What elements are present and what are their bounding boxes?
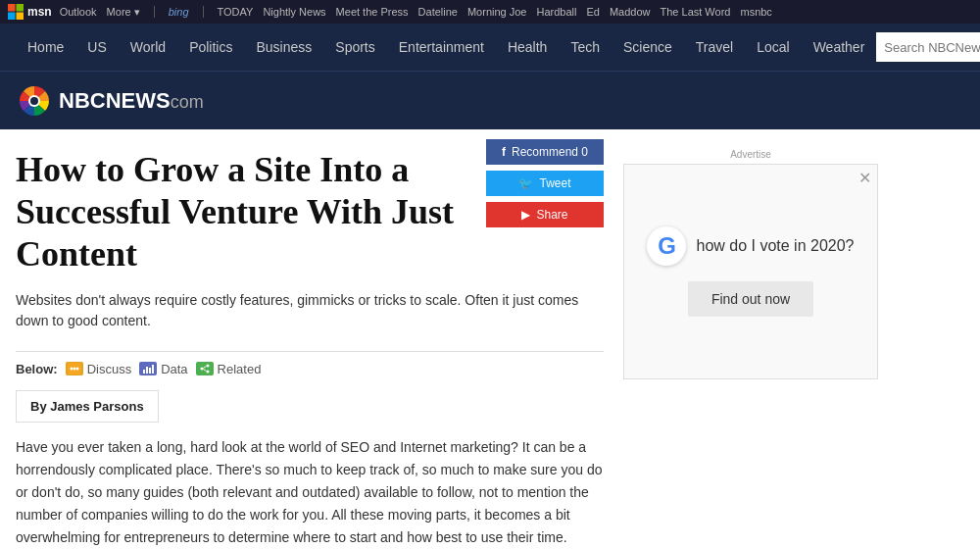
related-item[interactable]: Related: [196, 362, 262, 376]
svg-point-9: [73, 368, 75, 371]
tweet-button[interactable]: 🐦 Tweet: [486, 171, 604, 196]
svg-rect-1: [17, 4, 24, 12]
related-label: Related: [218, 362, 262, 376]
nav-health[interactable]: Health: [496, 24, 559, 71]
below-section: Below: Discuss Data Related: [16, 351, 604, 376]
svg-point-18: [206, 365, 209, 368]
svg-point-6: [30, 97, 38, 105]
nav-travel[interactable]: Travel: [684, 24, 745, 71]
press-link[interactable]: Meet the Press: [336, 6, 409, 18]
msnbc-link[interactable]: msnbc: [740, 6, 771, 18]
ad-question: how do I vote in 2020?: [696, 237, 854, 255]
top-bar-links: Outlook More ▾ bing TODAY Nightly News M…: [60, 6, 772, 19]
top-bar: msn Outlook More ▾ bing TODAY Nightly Ne…: [0, 0, 980, 24]
content-wrapper: f Recommend 0 🐦 Tweet ▶ Share How to Gro…: [0, 129, 980, 549]
bing-link[interactable]: bing: [169, 6, 189, 18]
more-link[interactable]: More ▾: [107, 6, 140, 19]
search-container: bing Search: [876, 32, 980, 62]
author-box: By James Parsons: [16, 390, 159, 423]
discuss-item[interactable]: Discuss: [66, 362, 132, 376]
svg-rect-16: [198, 363, 212, 374]
article-body: Have you ever taken a long, hard look at…: [16, 436, 604, 549]
dateline-link[interactable]: Dateline: [418, 6, 458, 18]
social-buttons: f Recommend 0 🐦 Tweet ▶ Share: [486, 139, 604, 227]
advertise-label: Advertise: [623, 149, 878, 160]
msn-logo[interactable]: msn: [8, 4, 52, 20]
svg-point-10: [75, 368, 78, 371]
sidebar: Advertise ✕ G how do I vote in 2020? Fin…: [623, 149, 878, 549]
nav-politics[interactable]: Politics: [177, 24, 244, 71]
share-button[interactable]: ▶ Share: [486, 202, 604, 227]
ed-link[interactable]: Ed: [586, 6, 599, 18]
morning-joe-link[interactable]: Morning Joe: [467, 6, 527, 18]
svg-point-19: [206, 371, 209, 374]
search-box: bing: [876, 32, 980, 62]
nav-bar: Home US World Politics Business Sports E…: [0, 24, 980, 71]
nav-world[interactable]: World: [119, 24, 177, 71]
brand-bar: NBCNEWScom: [0, 71, 980, 129]
nav-entertainment[interactable]: Entertainment: [387, 24, 496, 71]
discuss-icon: [66, 362, 83, 375]
svg-rect-12: [143, 370, 145, 374]
peacock-icon: [16, 82, 53, 120]
nav-tech[interactable]: Tech: [559, 24, 612, 71]
data-item[interactable]: Data: [139, 362, 187, 376]
nav-local[interactable]: Local: [745, 24, 801, 71]
hardball-link[interactable]: Hardball: [537, 6, 577, 18]
nav-business[interactable]: Business: [244, 24, 323, 71]
nav-science[interactable]: Science: [612, 24, 684, 71]
svg-rect-13: [146, 367, 148, 374]
main-content: f Recommend 0 🐦 Tweet ▶ Share How to Gro…: [16, 149, 604, 549]
nbc-brand-text: NBCNEWScom: [59, 88, 204, 114]
ad-google-row: G how do I vote in 2020?: [647, 226, 854, 266]
nav-links: Home US World Politics Business Sports E…: [16, 24, 876, 71]
fb-icon: f: [502, 145, 506, 159]
data-icon: [139, 362, 157, 375]
article-subtitle: Websites don't always require costly fea…: [16, 290, 604, 331]
ad-close-button[interactable]: ✕: [858, 169, 871, 187]
share-icon: ▶: [521, 208, 530, 222]
svg-rect-14: [149, 368, 151, 374]
nightly-link[interactable]: Nightly News: [263, 6, 325, 18]
nav-us[interactable]: US: [75, 24, 118, 71]
svg-rect-0: [8, 4, 16, 12]
nav-home[interactable]: Home: [16, 24, 75, 71]
ad-cta-button[interactable]: Find out now: [688, 281, 813, 317]
recommend-button[interactable]: f Recommend 0: [486, 139, 604, 165]
svg-rect-3: [17, 13, 24, 21]
ad-box: ✕ G how do I vote in 2020? Find out now: [623, 164, 878, 379]
maddow-link[interactable]: Maddow: [610, 6, 651, 18]
last-word-link[interactable]: The Last Word: [661, 6, 731, 18]
today-link[interactable]: TODAY: [218, 6, 254, 18]
nbc-logo[interactable]: NBCNEWScom: [16, 82, 204, 120]
svg-point-17: [200, 368, 203, 371]
twitter-icon: 🐦: [518, 176, 533, 190]
nav-weather[interactable]: Weather: [802, 24, 877, 71]
nav-sports[interactable]: Sports: [323, 24, 386, 71]
outlook-link[interactable]: Outlook: [60, 6, 97, 18]
svg-rect-2: [8, 13, 16, 21]
author-name: By James Parsons: [30, 399, 144, 414]
related-icon: [196, 362, 214, 375]
data-label: Data: [161, 362, 187, 376]
svg-point-8: [70, 368, 73, 371]
google-logo: G: [647, 226, 686, 266]
below-label: Below:: [16, 362, 58, 376]
discuss-label: Discuss: [87, 362, 132, 376]
search-input[interactable]: [876, 32, 980, 62]
svg-rect-15: [152, 365, 154, 374]
